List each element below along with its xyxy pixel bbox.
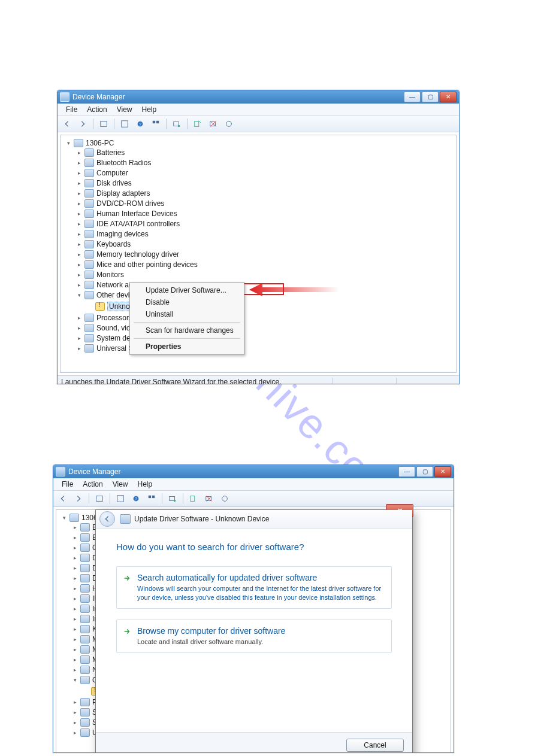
- cancel-button[interactable]: Cancel: [346, 739, 404, 752]
- tree-node[interactable]: ▸Imaging devices: [76, 230, 149, 238]
- tree-node[interactable]: ▸M: [72, 635, 98, 643]
- tree-node[interactable]: ▸C: [72, 544, 98, 552]
- context-menu-item[interactable]: Disable: [131, 296, 243, 308]
- expand-icon[interactable]: ▸: [76, 201, 82, 207]
- tree-node[interactable]: ▸M: [72, 645, 98, 654]
- option-search-automatically[interactable]: Search automatically for updated driver …: [116, 566, 392, 609]
- expand-icon[interactable]: ▸: [76, 315, 82, 321]
- expand-icon[interactable]: ▸: [72, 719, 78, 725]
- tree-node[interactable]: ▸D: [72, 554, 98, 562]
- update-driver-button[interactable]: [186, 492, 201, 505]
- device-tree[interactable]: ▾ 1306-PC ▸Batteries▸Bluetooth Radios▸Co…: [60, 135, 457, 373]
- properties-view-button[interactable]: [113, 492, 128, 505]
- close-button[interactable]: ✕: [440, 92, 457, 102]
- menu-file[interactable]: File: [57, 478, 78, 490]
- root-node[interactable]: ▾ 1306-: [61, 514, 100, 522]
- scan-changes-button[interactable]: [222, 117, 236, 130]
- show-hidden-button[interactable]: [96, 117, 111, 130]
- expand-icon[interactable]: ▾: [65, 140, 71, 146]
- tree-node[interactable]: ▸IDE ATA/ATAPI controllers: [76, 220, 180, 228]
- expand-icon[interactable]: ▸: [72, 626, 78, 632]
- tree-node[interactable]: ▸Processors: [76, 314, 132, 322]
- tree-node[interactable]: ▸D: [72, 564, 98, 572]
- expand-icon[interactable]: ▸: [72, 524, 78, 530]
- expand-icon[interactable]: ▸: [72, 606, 78, 612]
- tree-node[interactable]: ▸H: [72, 584, 98, 593]
- tree-node[interactable]: ▸DVD/CD-ROM drives: [76, 199, 164, 208]
- devices-by-type-button[interactable]: [144, 492, 159, 505]
- expand-icon[interactable]: ▸: [76, 272, 82, 278]
- expand-icon[interactable]: ▸: [76, 231, 82, 237]
- tree-node[interactable]: ▸Human Interface Devices: [76, 210, 177, 218]
- tree-node[interactable]: ▸U: [72, 728, 98, 737]
- tree-node[interactable]: ▸Bl: [72, 533, 99, 542]
- forward-button[interactable]: [75, 117, 90, 130]
- close-button[interactable]: ✕: [434, 466, 451, 477]
- tree-node[interactable]: ▸Batteries: [76, 148, 125, 157]
- expand-icon[interactable]: ▸: [76, 211, 82, 217]
- back-button[interactable]: [60, 117, 74, 130]
- help-button[interactable]: ?: [133, 117, 147, 130]
- expand-icon[interactable]: ▸: [76, 251, 82, 257]
- minimize-button[interactable]: —: [404, 92, 421, 102]
- expand-icon[interactable]: ▸: [76, 282, 82, 288]
- back-button[interactable]: [99, 511, 115, 527]
- tree-node[interactable]: ▸K: [72, 625, 97, 633]
- context-menu-item[interactable]: Scan for hardware changes: [131, 324, 243, 336]
- option-browse-my-computer[interactable]: Browse my computer for driver software L…: [116, 620, 392, 653]
- expand-icon[interactable]: ▸: [76, 160, 82, 166]
- menu-action[interactable]: Action: [82, 104, 111, 116]
- back-button[interactable]: [56, 492, 70, 505]
- maximize-button[interactable]: ▢: [416, 466, 433, 477]
- tree-node[interactable]: ▸In: [72, 605, 98, 613]
- menu-help[interactable]: Help: [133, 478, 158, 490]
- expand-icon[interactable]: ▸: [72, 535, 78, 541]
- expand-icon[interactable]: ▸: [72, 596, 78, 602]
- expand-icon[interactable]: ▸: [72, 636, 78, 642]
- tree-node[interactable]: ▸Keyboards: [76, 240, 131, 248]
- show-hidden-button[interactable]: [92, 492, 107, 505]
- wizard-title-bar[interactable]: Update Driver Software - Unknown Device: [96, 510, 412, 529]
- expand-icon[interactable]: ▸: [72, 616, 78, 622]
- scan-hardware-button[interactable]: [165, 492, 180, 505]
- expand-icon[interactable]: ▸: [76, 262, 82, 268]
- menu-file[interactable]: File: [61, 104, 82, 116]
- menu-help[interactable]: Help: [137, 104, 162, 116]
- expand-icon[interactable]: ▸: [76, 150, 82, 156]
- expand-icon[interactable]: ▸: [76, 221, 82, 227]
- expand-icon[interactable]: ▸: [76, 170, 82, 176]
- context-menu-item[interactable]: Properties: [131, 341, 243, 353]
- forward-button[interactable]: [71, 492, 86, 505]
- tree-node[interactable]: ▸Bluetooth Radios: [76, 159, 151, 167]
- tree-node[interactable]: ▸Mice and other pointing devices: [76, 260, 198, 269]
- expand-icon[interactable]: ▸: [72, 565, 78, 571]
- menu-action[interactable]: Action: [78, 478, 107, 490]
- devices-by-type-button[interactable]: [149, 117, 163, 130]
- expand-icon[interactable]: ▸: [76, 335, 82, 341]
- context-menu-item[interactable]: Uninstall: [131, 308, 243, 320]
- expand-icon[interactable]: ▸: [76, 345, 82, 351]
- expand-icon[interactable]: ▸: [72, 575, 78, 581]
- expand-icon[interactable]: ▸: [76, 241, 82, 247]
- expand-icon[interactable]: ▸: [72, 667, 78, 673]
- update-driver-button[interactable]: [191, 117, 205, 130]
- maximize-button[interactable]: ▢: [422, 92, 439, 102]
- expand-icon[interactable]: ▸: [72, 555, 78, 561]
- expand-icon[interactable]: ▸: [76, 180, 82, 186]
- tree-node[interactable]: ▸M: [72, 655, 98, 664]
- tree-node[interactable]: ▸Computer: [76, 169, 128, 177]
- minimize-button[interactable]: —: [398, 466, 415, 477]
- tree-node[interactable]: ▸Display adapters: [76, 189, 150, 198]
- menu-view[interactable]: View: [108, 478, 133, 490]
- tree-node[interactable]: ▸N: [72, 666, 98, 674]
- title-bar[interactable]: Device Manager — ▢ ✕: [53, 465, 454, 478]
- tree-node[interactable]: ▸Memory technology driver: [76, 250, 179, 259]
- scan-hardware-button[interactable]: [170, 117, 184, 130]
- tree-node[interactable]: ▸Monitors: [76, 271, 124, 279]
- tree-node[interactable]: ▸D: [72, 574, 98, 582]
- scan-changes-button[interactable]: [217, 492, 232, 505]
- help-button[interactable]: ?: [129, 492, 143, 505]
- expand-icon[interactable]: ▾: [61, 515, 67, 521]
- tree-node[interactable]: ▸Disk drives: [76, 179, 132, 187]
- menu-view[interactable]: View: [112, 104, 137, 116]
